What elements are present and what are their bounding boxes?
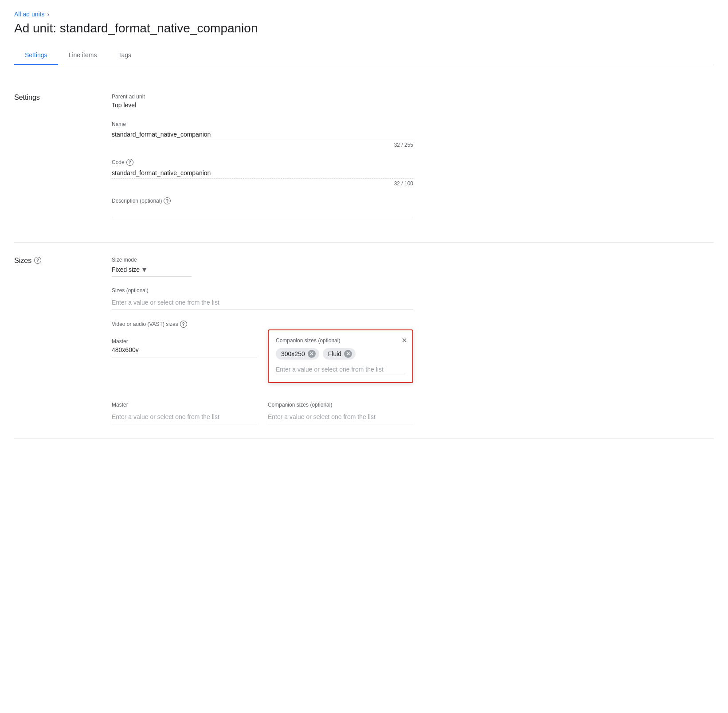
chip-fluid-remove[interactable]: ✕	[344, 350, 352, 358]
chip-300x250-label: 300x250	[281, 350, 305, 357]
breadcrumb-chevron: ›	[47, 11, 49, 18]
chip-fluid-label: Fluid	[328, 350, 341, 357]
companion2-input[interactable]: Enter a value or select one from the lis…	[268, 410, 413, 424]
companion-popup-title: Companion sizes (optional)	[276, 337, 405, 344]
parent-ad-unit-field: Parent ad unit Top level	[112, 94, 413, 110]
sizes-help-icon[interactable]: ?	[34, 257, 41, 264]
master-companion-row: Master 480x600v Companion sizes (optiona…	[112, 338, 413, 357]
companion-popup: Companion sizes (optional) 300x250 ✕ Flu…	[268, 329, 413, 383]
settings-section-content: Parent ad unit Top level Name 32 / 255 C…	[112, 94, 413, 228]
companion-chips: 300x250 ✕ Fluid ✕	[276, 348, 405, 360]
sizes-section-content: Size mode Fixed size ▾ Sizes (optional) …	[112, 257, 413, 424]
companion-popup-input[interactable]: Enter a value or select one from the lis…	[276, 364, 405, 375]
breadcrumb-link[interactable]: All ad units	[14, 11, 44, 18]
name-counter: 32 / 255	[112, 142, 413, 148]
master-empty-row: Master Enter a value or select one from …	[112, 402, 413, 424]
code-field: Code ? 32 / 100	[112, 159, 413, 187]
sizes-field: Sizes (optional) Enter a value or select…	[112, 287, 413, 310]
description-label: Description (optional) ?	[112, 197, 413, 204]
parent-ad-unit-value: Top level	[112, 102, 413, 110]
size-mode-label: Size mode	[112, 257, 413, 263]
master2-col: Master Enter a value or select one from …	[112, 402, 257, 424]
parent-ad-unit-label: Parent ad unit	[112, 94, 413, 100]
name-field: Name 32 / 255	[112, 121, 413, 148]
vast-label: Video or audio (VAST) sizes ?	[112, 321, 413, 328]
description-input[interactable]	[112, 206, 413, 217]
page-title: Ad unit: standard_format_native_companio…	[14, 21, 714, 35]
master-value: 480x600v	[112, 346, 257, 355]
companion2-col: Companion sizes (optional) Enter a value…	[268, 402, 413, 424]
chip-300x250: 300x250 ✕	[276, 348, 319, 360]
code-label: Code ?	[112, 159, 413, 166]
master2-label: Master	[112, 402, 257, 408]
sizes-input[interactable]: Enter a value or select one from the lis…	[112, 295, 413, 310]
companion-popup-close[interactable]: ×	[402, 336, 407, 345]
master-col: Master 480x600v	[112, 338, 257, 357]
size-mode-field: Size mode Fixed size ▾	[112, 257, 413, 277]
description-field: Description (optional) ?	[112, 197, 413, 217]
sizes-section-label: Sizes ?	[14, 257, 112, 424]
code-input[interactable]	[112, 168, 413, 179]
vast-help-icon[interactable]: ?	[180, 321, 187, 328]
tab-tags[interactable]: Tags	[107, 46, 142, 65]
dropdown-arrow-icon: ▾	[142, 265, 146, 274]
breadcrumb: All ad units ›	[14, 11, 714, 18]
tabs-container: Settings Line items Tags	[14, 46, 714, 65]
size-mode-select[interactable]: Fixed size ▾	[112, 265, 192, 277]
tab-settings[interactable]: Settings	[14, 46, 58, 65]
sizes-optional-label: Sizes (optional)	[112, 287, 413, 294]
name-input[interactable]	[112, 129, 413, 140]
chip-fluid: Fluid ✕	[323, 348, 356, 360]
code-help-icon[interactable]: ?	[126, 159, 133, 166]
sizes-section: Sizes ? Size mode Fixed size ▾ Sizes (op…	[14, 243, 714, 439]
chip-300x250-remove[interactable]: ✕	[308, 350, 316, 358]
settings-section: Settings Parent ad unit Top level Name 3…	[14, 79, 714, 243]
code-counter: 32 / 100	[112, 180, 413, 187]
size-mode-value: Fixed size	[112, 266, 140, 273]
description-help-icon[interactable]: ?	[164, 197, 171, 204]
vast-field: Video or audio (VAST) sizes ?	[112, 321, 413, 328]
master-label: Master	[112, 338, 257, 345]
master2-input[interactable]: Enter a value or select one from the lis…	[112, 410, 257, 424]
name-label: Name	[112, 121, 413, 127]
tab-line-items[interactable]: Line items	[58, 46, 108, 65]
companion2-label: Companion sizes (optional)	[268, 402, 413, 408]
settings-section-label: Settings	[14, 94, 112, 228]
